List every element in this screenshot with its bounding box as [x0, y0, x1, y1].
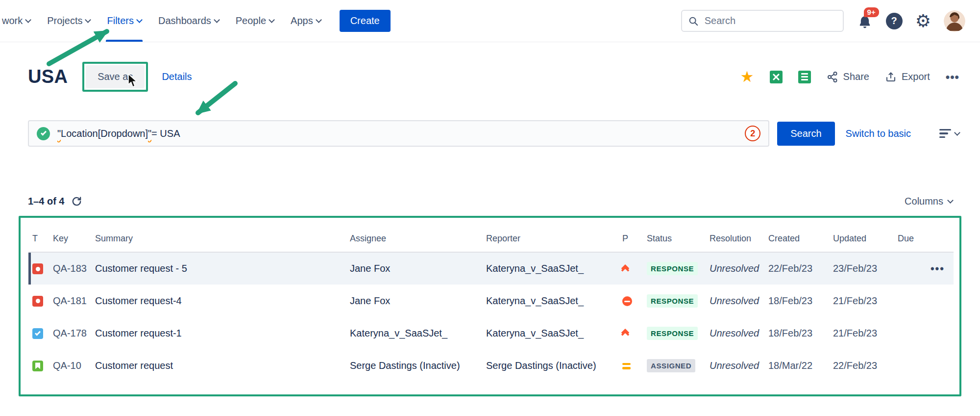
- updated-cell: 21/Feb/23: [829, 317, 894, 349]
- results-count: 1–4 of 4: [28, 196, 64, 207]
- table-row[interactable]: QA-181Customer request-4Jane FoxKateryna…: [28, 285, 954, 317]
- status-cell: ASSIGNED: [643, 349, 706, 382]
- jql-search-button[interactable]: Search: [777, 122, 834, 146]
- user-avatar[interactable]: [944, 10, 965, 32]
- table-row[interactable]: QA-10Customer requestSerge Dastings (Ina…: [28, 349, 954, 382]
- priority-blocker-icon: [622, 296, 632, 306]
- share-button[interactable]: Share: [827, 71, 869, 83]
- col-header-priority[interactable]: P: [618, 230, 643, 252]
- resolution-cell: Unresolved: [706, 317, 764, 349]
- nav-item-dashboards[interactable]: Dashboards: [158, 0, 219, 42]
- columns-dropdown[interactable]: Columns: [905, 196, 953, 207]
- issue-summary-link[interactable]: Customer request: [91, 349, 346, 382]
- resolution-cell: Unresolved: [706, 285, 764, 317]
- export-button[interactable]: Export: [885, 71, 930, 83]
- priority-cell: [618, 252, 643, 285]
- global-search[interactable]: [681, 10, 844, 32]
- nav-item-projects[interactable]: Projects: [47, 0, 90, 42]
- columns-label: Columns: [905, 196, 943, 207]
- switch-to-basic-link[interactable]: Switch to basic: [846, 128, 911, 139]
- help-button[interactable]: ?: [886, 13, 903, 29]
- jql-input[interactable]: "Location[Dropdown]"= USA 2: [28, 120, 769, 147]
- table-row[interactable]: QA-178Customer request-1Kateryna_v_SaaSJ…: [28, 317, 954, 349]
- view-switcher-button[interactable]: [939, 129, 959, 138]
- col-header-resolution[interactable]: Resolution: [706, 230, 764, 252]
- details-link[interactable]: Details: [162, 71, 192, 82]
- share-icon: [827, 71, 838, 83]
- settings-gear-icon[interactable]: ⚙: [915, 12, 931, 30]
- nav-item-apps[interactable]: Apps: [291, 0, 321, 42]
- chevron-down-icon: [954, 130, 960, 136]
- updated-cell: 22/Feb/23: [829, 349, 894, 382]
- nav-item-label: Dashboards: [158, 15, 211, 26]
- export-excel-icon[interactable]: [770, 71, 783, 83]
- reporter-cell: Kateryna_v_SaaSJet_: [482, 317, 618, 349]
- nav-item-filters[interactable]: Filters: [107, 0, 141, 42]
- status-badge: RESPONSE: [647, 294, 698, 308]
- issue-key-link[interactable]: QA-181: [49, 285, 91, 317]
- bug-icon: [32, 296, 43, 307]
- nav-item-people[interactable]: People: [236, 0, 274, 42]
- col-header-status[interactable]: Status: [643, 230, 706, 252]
- col-header-key[interactable]: Key: [49, 230, 91, 252]
- refresh-icon[interactable]: [71, 196, 82, 207]
- favorite-star-icon[interactable]: ★: [740, 69, 754, 84]
- updated-cell: 21/Feb/23: [829, 285, 894, 317]
- issue-key-link[interactable]: QA-10: [49, 349, 91, 382]
- table-row[interactable]: QA-183Customer request - 5Jane FoxKatery…: [28, 252, 954, 285]
- resolution-cell: Unresolved: [706, 349, 764, 382]
- status-badge: RESPONSE: [647, 262, 698, 275]
- col-header-created[interactable]: Created: [764, 230, 829, 252]
- status-badge: RESPONSE: [647, 327, 698, 340]
- priority-cell: [618, 349, 643, 382]
- notifications-button[interactable]: 9+: [857, 13, 873, 29]
- status-cell: RESPONSE: [643, 285, 706, 317]
- status-badge: ASSIGNED: [647, 359, 695, 372]
- col-header-type[interactable]: T: [28, 230, 49, 252]
- export-sheets-icon[interactable]: [798, 71, 811, 83]
- priority-highest-icon: [622, 265, 628, 273]
- due-cell: [894, 252, 925, 285]
- share-label: Share: [843, 71, 869, 82]
- chevron-down-icon: [947, 197, 954, 204]
- type-cell: [28, 317, 49, 349]
- issue-key-link[interactable]: QA-178: [49, 317, 91, 349]
- col-header-assignee[interactable]: Assignee: [346, 230, 482, 252]
- due-cell: [894, 317, 925, 349]
- search-input[interactable]: [704, 15, 837, 27]
- nav-right-group: 9+ ? ⚙: [681, 10, 965, 32]
- nav-item-label: Filters: [107, 15, 133, 26]
- more-options-icon[interactable]: •••: [946, 70, 959, 84]
- nav-item-label: People: [236, 15, 266, 26]
- col-header-summary[interactable]: Summary: [91, 230, 346, 252]
- nav-item-work[interactable]: work: [2, 0, 30, 42]
- jql-value: = USA: [151, 128, 180, 139]
- question-mark-icon: ?: [891, 15, 897, 26]
- page-header: USA Save as Details ★ Share: [0, 62, 980, 92]
- reporter-cell: Kateryna_v_SaaSJet_: [482, 252, 618, 285]
- chevron-down-icon: [25, 17, 31, 23]
- issue-summary-link[interactable]: Customer request-1: [91, 317, 346, 349]
- type-cell: [28, 349, 49, 382]
- assignee-cell: Serge Dastings (Inactive): [346, 349, 482, 382]
- issue-summary-link[interactable]: Customer request - 5: [91, 252, 346, 285]
- chevron-down-icon: [85, 17, 92, 23]
- top-navigation: work Projects Filters Dashboards People …: [0, 0, 980, 42]
- valid-query-check-icon: [37, 127, 50, 140]
- save-as-button[interactable]: Save as: [86, 65, 145, 88]
- col-header-reporter[interactable]: Reporter: [482, 230, 618, 252]
- search-icon: [688, 16, 699, 26]
- status-cell: RESPONSE: [643, 252, 706, 285]
- meatball-menu-icon[interactable]: •••: [931, 262, 945, 275]
- issue-key-link[interactable]: QA-183: [49, 252, 91, 285]
- col-header-updated[interactable]: Updated: [829, 230, 894, 252]
- col-header-due[interactable]: Due: [894, 230, 925, 252]
- chevron-down-icon: [316, 17, 322, 23]
- create-button[interactable]: Create: [340, 10, 391, 32]
- chevron-down-icon: [136, 17, 143, 23]
- issue-summary-link[interactable]: Customer request-4: [91, 285, 346, 317]
- assignee-cell: Jane Fox: [346, 285, 482, 317]
- assignee-cell: Kateryna_v_SaaSJet_: [346, 317, 482, 349]
- issue-table-body: QA-183Customer request - 5Jane FoxKatery…: [28, 252, 954, 382]
- query-error-count-badge[interactable]: 2: [745, 126, 760, 141]
